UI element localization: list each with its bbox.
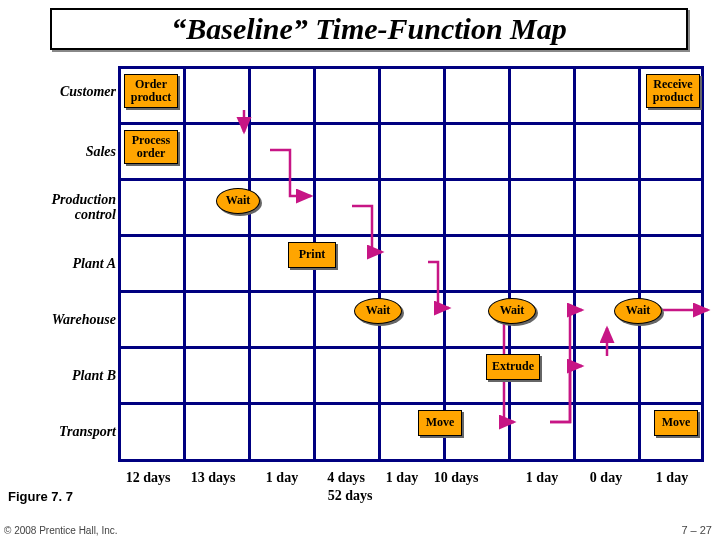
- lane-label-customer: Customer: [24, 84, 116, 99]
- time-4: 4 days: [316, 470, 376, 486]
- time-total: 52 days: [290, 488, 410, 504]
- node-wait-4: Wait: [614, 298, 662, 324]
- lane-label-plant-a: Plant A: [24, 256, 116, 271]
- lane-label-warehouse: Warehouse: [24, 312, 116, 327]
- grid: Order product Receive product Process or…: [118, 66, 704, 462]
- node-process-order: Process order: [124, 130, 178, 164]
- time-9: 1 day: [642, 470, 702, 486]
- diagram: Customer Sales Production control Plant …: [24, 66, 704, 462]
- slide-title: “Baseline” Time-Function Map: [50, 8, 688, 50]
- time-2: 13 days: [183, 470, 243, 486]
- lane-label-transport: Transport: [24, 424, 116, 439]
- figure-label: Figure 7. 7: [8, 489, 73, 504]
- copyright: © 2008 Prentice Hall, Inc.: [4, 525, 118, 536]
- time-3: 1 day: [252, 470, 312, 486]
- node-move-2: Move: [654, 410, 698, 436]
- node-extrude: Extrude: [486, 354, 540, 380]
- node-move-1: Move: [418, 410, 462, 436]
- node-wait-3: Wait: [488, 298, 536, 324]
- page-number: 7 – 27: [681, 524, 712, 536]
- lane-label-plant-b: Plant B: [24, 368, 116, 383]
- node-receive-product: Receive product: [646, 74, 700, 108]
- time-8: 0 day: [576, 470, 636, 486]
- time-6: 10 days: [426, 470, 486, 486]
- time-7: 1 day: [512, 470, 572, 486]
- lane-label-sales: Sales: [24, 144, 116, 159]
- time-1: 12 days: [118, 470, 178, 486]
- time-axis: 12 days 13 days 1 day 4 days 1 day 10 da…: [118, 470, 714, 488]
- lane-label-production-control: Production control: [24, 192, 116, 223]
- node-print: Print: [288, 242, 336, 268]
- node-order-product: Order product: [124, 74, 178, 108]
- node-wait-1: Wait: [216, 188, 260, 214]
- time-5: 1 day: [378, 470, 426, 486]
- node-wait-2: Wait: [354, 298, 402, 324]
